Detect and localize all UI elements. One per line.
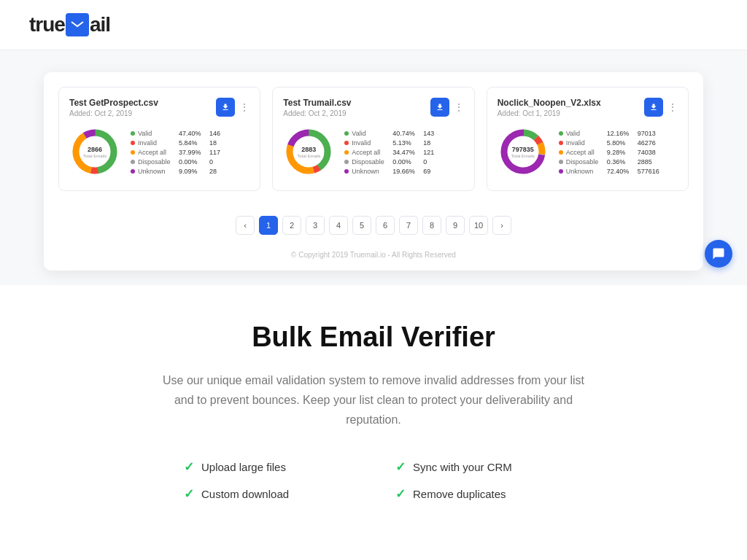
stat-dot (344, 169, 349, 174)
logo-text-before: true (29, 13, 65, 36)
card-body: 2883 Total Emails Valid 40.74% 143 Inval… (283, 126, 463, 180)
page-4-button[interactable]: 4 (329, 216, 348, 235)
stat-count: 121 (423, 149, 434, 156)
card-1: Test Trumail.csv Added: Oct 2, 2019 ⋮ (272, 87, 474, 191)
page-next-button[interactable]: › (492, 216, 511, 235)
stat-dot (131, 150, 135, 155)
card-header: Test GetProspect.csv Added: Oct 2, 2019 … (69, 98, 249, 117)
stat-label: Unknown (566, 168, 604, 175)
page-9-button[interactable]: 9 (446, 216, 465, 235)
stat-dot (344, 141, 349, 145)
stat-pct: 9.28% (607, 149, 635, 156)
page-5-button[interactable]: 5 (352, 216, 371, 235)
download-button[interactable] (430, 98, 449, 117)
stat-count: 0 (423, 158, 427, 166)
card-title: Test GetProspect.csv (69, 98, 158, 108)
stat-row: Invalid 5.84% 18 (131, 139, 249, 147)
check-icon: ✓ (395, 486, 406, 502)
feature-duplicates: ✓ Remove duplicates (395, 486, 563, 502)
stat-row: Invalid 5.13% 18 (344, 139, 463, 147)
card-date: Added: Oct 2, 2019 (69, 109, 158, 117)
feature-label: Remove duplicates (413, 488, 506, 500)
donut-total: 797835 (511, 147, 534, 154)
pagination: ‹12345678910› (58, 206, 689, 245)
page-8-button[interactable]: 8 (422, 216, 441, 235)
stat-label: Disposable (138, 158, 176, 166)
stat-count: 117 (209, 149, 220, 156)
page-3-button[interactable]: 3 (306, 216, 325, 235)
card-body: 2866 Total Emails Valid 47.40% 146 Inval… (69, 126, 249, 180)
stat-dot (131, 169, 135, 174)
stat-pct: 34.47% (392, 149, 420, 156)
stat-pct: 5.80% (607, 139, 635, 147)
card-body: 797835 Total Emails Valid 12.16% 97013 I… (498, 126, 678, 180)
stat-dot (131, 141, 135, 145)
stat-dot (344, 160, 349, 164)
page-1-button[interactable]: 1 (259, 216, 278, 235)
page-7-button[interactable]: 7 (399, 216, 418, 235)
stat-pct: 40.74% (392, 130, 420, 137)
page-10-button[interactable]: 10 (469, 216, 488, 235)
check-icon: ✓ (184, 459, 194, 475)
stat-row: Valid 40.74% 143 (344, 130, 463, 137)
stat-row: Unknown 19.66% 69 (344, 168, 463, 175)
stat-count: 146 (209, 130, 220, 137)
page-prev-button[interactable]: ‹ (236, 216, 255, 235)
stat-dot (559, 150, 563, 155)
stat-count: 143 (423, 130, 434, 137)
donut-sub-label: Total Emails (83, 154, 107, 159)
card-actions: ⋮ (430, 98, 464, 117)
stat-pct: 0.36% (607, 158, 635, 166)
stat-label: Unknown (352, 168, 390, 175)
stat-count: 18 (209, 139, 217, 147)
feature-download: ✓ Custom download (184, 486, 352, 502)
stat-row: Disposable 0.00% 0 (131, 158, 249, 166)
stat-label: Valid (566, 130, 604, 137)
more-button[interactable]: ⋮ (454, 101, 464, 113)
stat-row: Disposable 0.36% 2885 (559, 158, 678, 166)
stat-label: Valid (352, 130, 390, 137)
stat-dot (559, 131, 563, 136)
stat-row: Unknown 9.09% 28 (131, 168, 249, 175)
download-button[interactable] (644, 98, 663, 117)
stat-count: 0 (209, 158, 213, 166)
stat-pct: 37.99% (179, 149, 206, 156)
feature-upload: ✓ Upload large files (184, 459, 352, 475)
more-button[interactable]: ⋮ (239, 101, 249, 113)
feature-label: Sync with your CRM (413, 461, 512, 473)
card-title: Test Trumail.csv (283, 98, 351, 108)
page-6-button[interactable]: 6 (376, 216, 395, 235)
stat-row: Accept all 37.99% 117 (131, 149, 249, 156)
stat-pct: 5.84% (179, 139, 206, 147)
check-icon: ✓ (395, 459, 406, 475)
donut-total: 2883 (297, 147, 320, 154)
more-button[interactable]: ⋮ (667, 101, 678, 113)
stat-count: 74038 (638, 149, 656, 156)
stat-row: Accept all 9.28% 74038 (559, 149, 678, 156)
header: true ail (0, 0, 747, 50)
stats-list: Valid 12.16% 97013 Invalid 5.80% 46276 A… (559, 130, 678, 177)
logo: true ail (29, 13, 110, 36)
card-info: Test Trumail.csv Added: Oct 2, 2019 (283, 98, 351, 117)
stat-row: Accept all 34.47% 121 (344, 149, 463, 156)
stat-count: 46276 (638, 139, 656, 147)
feature-label: Upload large files (201, 461, 286, 473)
donut-total: 2866 (83, 147, 107, 154)
download-button[interactable] (216, 98, 235, 117)
card-0: Test GetProspect.csv Added: Oct 2, 2019 … (58, 87, 260, 191)
stat-dot (131, 160, 135, 164)
stat-row: Valid 47.40% 146 (131, 130, 249, 137)
stat-dot (559, 169, 563, 174)
donut-sub-label: Total Emails (297, 154, 320, 159)
chat-button[interactable] (705, 240, 732, 268)
card-date: Added: Oct 1, 2019 (498, 109, 601, 117)
stat-dot (131, 131, 135, 136)
stat-pct: 47.40% (179, 130, 206, 137)
stat-pct: 12.16% (607, 130, 635, 137)
donut-sub-label: Total Emails (511, 154, 534, 159)
stats-list: Valid 40.74% 143 Invalid 5.13% 18 Accept… (344, 130, 463, 177)
stat-label: Invalid (352, 139, 390, 147)
page-2-button[interactable]: 2 (282, 216, 301, 235)
stat-count: 577616 (638, 168, 659, 175)
logo-icon (66, 13, 89, 36)
